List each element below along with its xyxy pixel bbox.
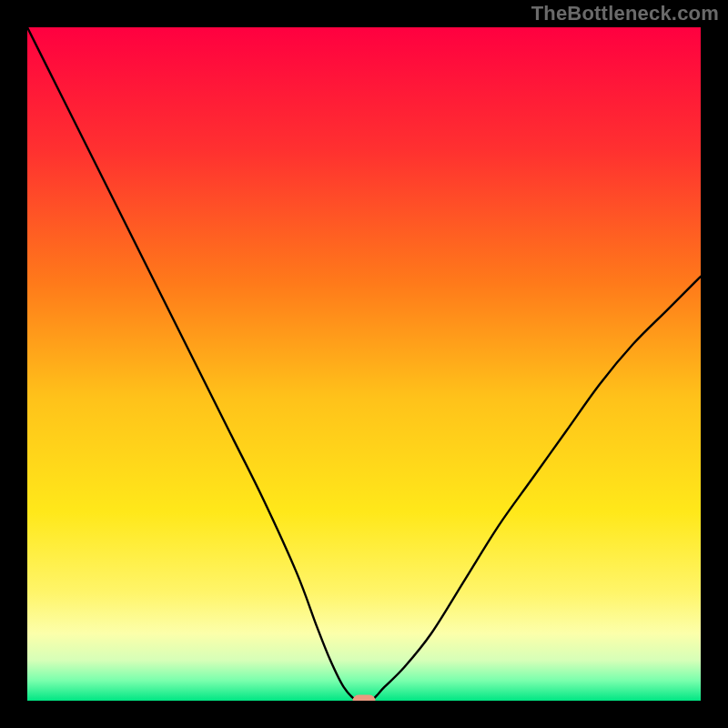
bottleneck-curve: [27, 27, 701, 701]
watermark-text: TheBottleneck.com: [531, 2, 719, 25]
chart-frame: TheBottleneck.com: [0, 0, 728, 728]
plot-area: [27, 27, 701, 701]
minimum-marker: [353, 695, 376, 702]
